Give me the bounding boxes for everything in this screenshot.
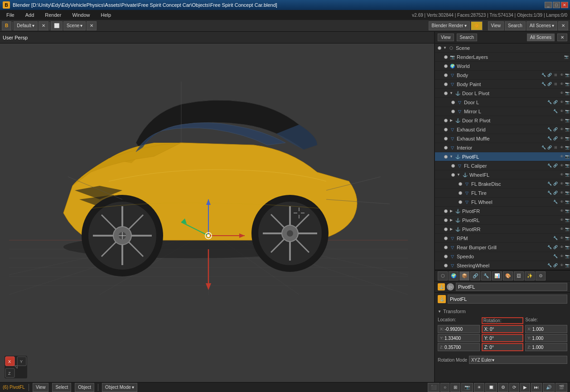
tree-item-renderlayers[interactable]: 📷 RenderLayers 📷: [435, 53, 570, 62]
menu-add[interactable]: Add: [22, 11, 38, 19]
camera-icon-exhaustmuffle[interactable]: 📷: [565, 136, 570, 141]
menu-help[interactable]: Help: [97, 11, 115, 19]
tree-item-doorlpivot[interactable]: ▼ ⚓ Door L Pivot 👁 📷: [435, 89, 570, 98]
minimize-button[interactable]: _: [545, 2, 552, 8]
bottom-icon-2[interactable]: ○: [440, 383, 449, 392]
visibility-dot-interior[interactable]: [444, 146, 448, 150]
view-btn[interactable]: View: [488, 21, 504, 30]
wrench-rearbumpergrill[interactable]: 🔧: [547, 245, 552, 250]
close-outliner-btn[interactable]: ✕: [557, 34, 567, 41]
visibility-dot-doorl[interactable]: [451, 101, 455, 104]
rot-z-field[interactable]: Z: 0°: [482, 343, 524, 351]
bottom-icon-11[interactable]: 🔊: [543, 383, 555, 392]
render-engine-selector[interactable]: Blender Render▾: [429, 21, 470, 30]
camera-icon-exhaustgrid[interactable]: 📷: [565, 127, 570, 132]
camera-icon-bodypaint[interactable]: 📷: [565, 82, 570, 87]
bottom-icon-7[interactable]: ⚙: [498, 383, 508, 392]
bottom-icon-5[interactable]: ☀: [474, 383, 484, 392]
eye-icon-interior[interactable]: 👁: [559, 145, 565, 150]
visibility-dot-flbrakedisc[interactable]: [459, 182, 462, 186]
maximize-button[interactable]: □: [553, 2, 560, 8]
visibility-dot-exhaustmuffle[interactable]: [444, 137, 448, 140]
tree-item-interior[interactable]: ▽ Interior 🔧 🔗 ⊞ 👁 📷: [435, 143, 570, 152]
mode-status-btn[interactable]: Object Mode▾: [102, 383, 137, 392]
camera-icon-pivotfr[interactable]: 📷: [565, 208, 570, 214]
visibility-dot-mirrorl[interactable]: [451, 110, 455, 113]
rot-x-field[interactable]: X: 0°: [482, 325, 524, 333]
restrict-grid-body[interactable]: ⊞: [553, 73, 558, 78]
tree-item-rpm[interactable]: ▽ RPM 🔧 👁 📷: [435, 234, 570, 243]
visibility-dot-doorrpivot[interactable]: [444, 119, 448, 122]
prop-icon-material[interactable]: 🎨: [503, 271, 513, 281]
menu-file[interactable]: File: [3, 11, 18, 19]
expand-scene[interactable]: ▼: [443, 46, 447, 50]
loc-z-field[interactable]: Z: 0.35700: [438, 343, 480, 351]
camera-icon-pivotfl[interactable]: 📷: [565, 154, 570, 160]
link-flbrakedisc[interactable]: 🔗: [553, 181, 558, 187]
visibility-dot-bodypaint[interactable]: [444, 82, 448, 86]
wrench-doorl[interactable]: 🔧: [547, 100, 552, 105]
bottom-icon-1[interactable]: ⬛: [428, 383, 440, 392]
tree-item-flbrakedisc[interactable]: ▽ FL BrakeDisc 🔧 🔗 👁 📷: [435, 179, 570, 189]
eye-icon-doorl[interactable]: 👁: [559, 100, 565, 105]
visibility-dot-rpm[interactable]: [444, 237, 448, 240]
camera-icon-pivotrr[interactable]: 📷: [565, 227, 570, 232]
tree-item-exhaustmuffle[interactable]: ▽ Exhaust Muffle 🔧 🔗 👁 📷: [435, 134, 570, 143]
eye-icon-pivotfl[interactable]: 👁: [559, 154, 565, 160]
loc-x-field[interactable]: X: -0.99200: [438, 325, 480, 333]
expand-pivotfr[interactable]: ▶: [449, 209, 454, 213]
select-status-btn[interactable]: Select: [52, 383, 71, 392]
camera-icon-wheelfl[interactable]: 📷: [565, 172, 570, 178]
layout-selector[interactable]: Default▾: [14, 21, 38, 30]
wrench-interior[interactable]: 🔧: [541, 145, 546, 150]
camera-icon-doorl[interactable]: 📷: [565, 100, 570, 105]
wrench-rpm[interactable]: 🔧: [553, 236, 558, 241]
expand-doorrpivot[interactable]: ▶: [449, 118, 454, 123]
camera-icon-interior[interactable]: 📷: [565, 145, 570, 150]
viewport-icon-btn[interactable]: ⬜: [51, 21, 63, 30]
bottom-icon-6[interactable]: 🔲: [485, 383, 497, 392]
prop-icon-data[interactable]: 📊: [492, 271, 502, 281]
tree-item-mirrorl[interactable]: ▽ Mirror L 🔧 👁 📷: [435, 107, 570, 116]
visibility-dot-body[interactable]: [444, 73, 448, 77]
render-icon[interactable]: 🔆: [471, 21, 483, 30]
eye-icon-speedo[interactable]: 👁: [559, 254, 565, 259]
expand-doorlpivot[interactable]: ▼: [449, 91, 454, 96]
wrench-exhaustmuffle[interactable]: 🔧: [547, 136, 552, 141]
camera-icon-steeringwheel[interactable]: 📷: [565, 263, 570, 268]
restrict-link-body[interactable]: 🔗: [547, 73, 552, 78]
tree-item-pivotfr[interactable]: ▶ ⚓ PivotFR 👁 📷: [435, 207, 570, 216]
link-flcaliper[interactable]: 🔗: [553, 163, 558, 169]
tree-item-fltire[interactable]: ▽ FL Tire 🔧 🔗 👁 📷: [435, 189, 570, 198]
eye-icon-pivotrl[interactable]: 👁: [559, 218, 565, 223]
wrench-fltire[interactable]: 🔧: [547, 190, 552, 196]
camera-icon-rearbumpergrill[interactable]: 📷: [565, 245, 570, 250]
prop-icon-scene[interactable]: ⬡: [438, 271, 448, 281]
link-rearbumpergrill[interactable]: 🔗: [553, 245, 558, 250]
wrench-flbrakedisc[interactable]: 🔧: [547, 181, 552, 187]
tree-item-doorrpivot[interactable]: ▶ ⚓ Door R Pivot 👁 📷: [435, 116, 570, 125]
visibility-dot-flwheel[interactable]: [459, 200, 462, 204]
visibility-dot-steeringwheel[interactable]: [444, 264, 448, 267]
tree-item-world[interactable]: 🌍 World: [435, 62, 570, 71]
visibility-dot-speedo[interactable]: [444, 255, 448, 258]
wrench-exhaustgrid[interactable]: 🔧: [547, 127, 552, 132]
visibility-dot-flcaliper[interactable]: [451, 164, 455, 168]
tree-item-pivotrr[interactable]: ▶ ⚓ PivotRR 👁 📷: [435, 225, 570, 234]
tree-item-rearbumpergrill[interactable]: ▽ Rear Bumper Grill 🔧 🔗 👁 📷: [435, 243, 570, 252]
camera-icon-fltire[interactable]: 📷: [565, 190, 570, 196]
prop-icon-world[interactable]: 🌍: [449, 271, 459, 281]
all-scenes-btn-outliner[interactable]: All Scenes: [527, 34, 555, 41]
visibility-dot-renderlayers[interactable]: [444, 55, 448, 59]
blender-icon-btn[interactable]: B: [2, 21, 11, 30]
bottom-icon-10[interactable]: ⏭: [531, 383, 542, 392]
link-exhaustmuffle[interactable]: 🔗: [553, 136, 558, 141]
wrench-mirrorl[interactable]: 🔧: [553, 109, 558, 114]
wrench-flwheel[interactable]: 🔧: [553, 199, 558, 205]
tree-item-pivotfl[interactable]: ▼ ⚓ PivotFL 👁 📷: [435, 152, 570, 161]
camera-icon-pivotrl[interactable]: 📷: [565, 218, 570, 223]
prop-icon-physics[interactable]: ⚙: [536, 271, 546, 281]
scale-z-field[interactable]: Z: 1.000: [525, 343, 567, 351]
wrench-steeringwheel[interactable]: 🔧: [547, 263, 552, 268]
prop-icon-modifiers[interactable]: 🔧: [481, 271, 491, 281]
